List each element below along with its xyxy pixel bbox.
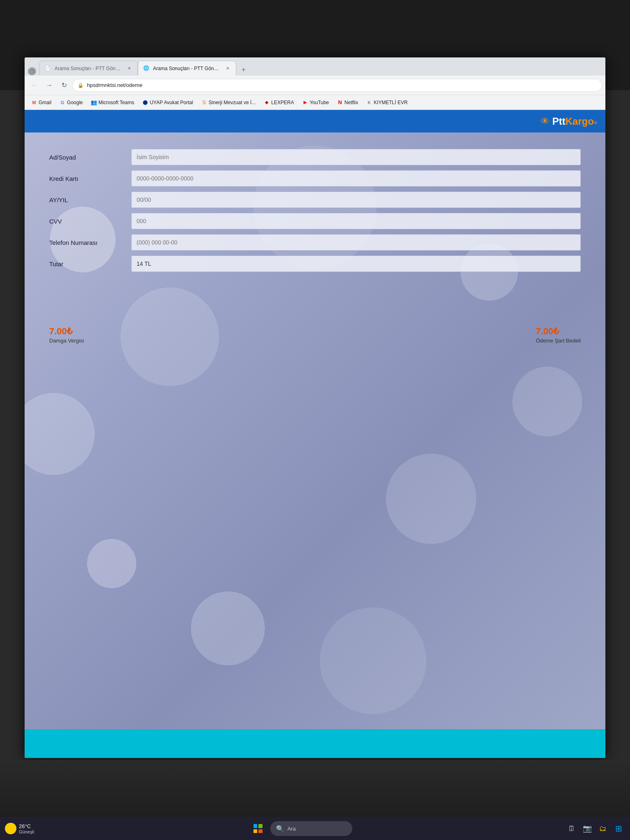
- ptt-form-area: Ad/Soyad Kredi Kartı AY/YIL: [25, 132, 605, 285]
- ptt-logo: 👁 PttKargo≡: [541, 116, 597, 127]
- input-expiry[interactable]: [131, 192, 581, 208]
- bookmarks-bar: M Gmail G Google 👥 Microsoft Teams ⬤ UYA…: [25, 95, 605, 110]
- bookmark-sinerji[interactable]: S Sinerji Mevzuat ve İ...: [198, 98, 259, 107]
- tab-list-button[interactable]: ❐: [28, 67, 36, 75]
- taskbar-icon-camera[interactable]: 📷: [581, 822, 594, 835]
- input-cvv[interactable]: [131, 213, 581, 229]
- new-tab-button[interactable]: +: [238, 64, 249, 75]
- bookmark-google-label: Google: [67, 100, 83, 105]
- refresh-button[interactable]: ↻: [57, 79, 71, 92]
- url-text: hpsdrmnktsi.net/odeme: [87, 82, 142, 88]
- back-button[interactable]: ←: [28, 79, 41, 92]
- bookmark-lexpera-label: LEXPERA: [271, 100, 294, 105]
- input-amount[interactable]: [131, 256, 581, 272]
- chrome-browser: ❐ 📄 Arama Sonuçları - PTT Gönderi ✕ 🌐 Ar…: [25, 57, 605, 758]
- window-controls: ❐: [28, 67, 36, 75]
- start-button[interactable]: [251, 821, 265, 836]
- form-row-cvv: CVV: [49, 213, 581, 229]
- bookmark-kiymetli[interactable]: K KIYMETLİ EVR: [363, 98, 411, 107]
- ptt-logo-icon: 👁: [541, 116, 550, 127]
- damga-amount: 7.00₺: [49, 326, 73, 337]
- damga-label: Damga Vergisi: [49, 338, 84, 344]
- taskbar-weather: 26°C Güneşli: [5, 823, 34, 834]
- ptt-logo-text: PttKargo≡: [552, 116, 597, 127]
- windows-icon-yellow: [253, 829, 258, 833]
- form-row-name: Ad/Soyad: [49, 149, 581, 165]
- bookmark-kiymetli-label: KIYMETLİ EVR: [374, 100, 408, 105]
- bookmark-uyap-label: UYAP Avukat Portal: [150, 100, 193, 105]
- laptop-frame: ❐ 📄 Arama Sonuçları - PTT Gönderi ✕ 🌐 Ar…: [0, 0, 630, 840]
- taskbar-center: 🔍 Ara: [41, 821, 562, 836]
- url-bar[interactable]: 🔒 hpsdrmnktsi.net/odeme: [72, 79, 602, 92]
- tab-2-title: Arama Sonuçları - PTT Gönderi: [153, 66, 221, 71]
- input-phone[interactable]: [131, 234, 581, 251]
- gmail-icon: M: [31, 100, 37, 105]
- form-row-amount: Tutar: [49, 256, 581, 272]
- google-icon: G: [59, 100, 65, 105]
- ptt-page: 👁 PttKargo≡ Ad/Soyad Kredi K: [25, 110, 605, 758]
- windows-icon-blue: [253, 824, 258, 828]
- weather-text: 26°C Güneşli: [19, 823, 34, 834]
- sinerji-icon: S: [201, 100, 207, 105]
- weather-condition: Güneşli: [19, 829, 34, 834]
- label-card: Kredi Kartı: [49, 175, 131, 182]
- tab-2-favicon: 🌐: [143, 65, 150, 72]
- bookmark-netflix-label: Netflix: [345, 100, 358, 105]
- youtube-icon: ▶: [302, 100, 308, 105]
- teams-icon: 👥: [91, 100, 97, 105]
- ptt-header: 👁 PttKargo≡: [25, 110, 605, 132]
- input-name[interactable]: [131, 149, 581, 165]
- tab-1-favicon: 📄: [45, 65, 51, 72]
- screen: ❐ 📄 Arama Sonuçları - PTT Gönderi ✕ 🌐 Ar…: [25, 57, 605, 758]
- label-name: Ad/Soyad: [49, 154, 131, 161]
- bookmark-teams-label: Microsoft Teams: [98, 100, 134, 105]
- price-section: 7.00₺ Damga Vergisi 7.00₺ Ödeme Şart Bed…: [25, 318, 605, 348]
- forward-button[interactable]: →: [43, 79, 56, 92]
- form-row-phone: Telefon Numarası: [49, 234, 581, 251]
- label-phone: Telefon Numarası: [49, 239, 131, 246]
- ptt-page-footer: [25, 729, 605, 758]
- windows-icon-red: [258, 829, 262, 833]
- bookmark-sinerji-label: Sinerji Mevzuat ve İ...: [209, 100, 256, 105]
- bookmark-lexpera[interactable]: ◆ LEXPERA: [260, 98, 297, 107]
- odeme-label: Ödeme Şart Bedeli: [536, 338, 581, 344]
- weather-temperature: 26°C: [19, 823, 34, 829]
- taskbar-search[interactable]: 🔍 Ara: [270, 821, 352, 836]
- windows-icon-green: [258, 824, 262, 828]
- input-card[interactable]: [131, 170, 581, 187]
- lexpera-icon: ◆: [264, 100, 269, 105]
- bookmark-gmail[interactable]: M Gmail: [28, 98, 55, 107]
- taskbar-icon-calendar[interactable]: 🗓: [565, 822, 578, 835]
- bookmark-netflix[interactable]: N Netflix: [334, 98, 361, 107]
- tab-1-title: Arama Sonuçları - PTT Gönderi: [55, 66, 123, 71]
- tab-2[interactable]: 🌐 Arama Sonuçları - PTT Gönderi ✕: [138, 61, 236, 75]
- tab-2-close[interactable]: ✕: [224, 65, 231, 72]
- label-amount: Tutar: [49, 260, 131, 267]
- netflix-icon: N: [337, 100, 343, 105]
- tab-1[interactable]: 📄 Arama Sonuçları - PTT Gönderi ✕: [39, 61, 138, 75]
- label-expiry: AY/YIL: [49, 196, 131, 203]
- taskbar-icon-windows[interactable]: ⊞: [612, 822, 625, 835]
- odeme-amount: 7.00₺: [536, 326, 559, 337]
- kiymetli-icon: K: [366, 100, 372, 105]
- form-row-card: Kredi Kartı: [49, 170, 581, 187]
- search-placeholder: Ara: [288, 826, 296, 832]
- uyap-icon: ⬤: [142, 100, 148, 105]
- bookmark-youtube-label: YouTube: [310, 100, 329, 105]
- price-item-odeme: 7.00₺ Ödeme Şart Bedeli: [536, 326, 581, 344]
- taskbar: 26°C Güneşli 🔍 Ara 🗓 📷 🗂 ⊞: [0, 817, 630, 840]
- bookmark-google[interactable]: G Google: [56, 98, 86, 107]
- form-row-expiry: AY/YIL: [49, 192, 581, 208]
- bookmark-uyap[interactable]: ⬤ UYAP Avukat Portal: [139, 98, 196, 107]
- taskbar-icon-folder[interactable]: 🗂: [596, 822, 609, 835]
- bookmark-youtube[interactable]: ▶ YouTube: [299, 98, 332, 107]
- weather-sun-icon: [5, 823, 16, 834]
- bookmark-gmail-label: Gmail: [39, 100, 51, 105]
- label-cvv: CVV: [49, 218, 131, 225]
- windows-icon: [253, 824, 262, 833]
- tab-1-close[interactable]: ✕: [126, 65, 132, 72]
- search-icon: 🔍: [276, 825, 284, 833]
- bookmark-teams[interactable]: 👥 Microsoft Teams: [88, 98, 137, 107]
- security-icon: 🔒: [78, 82, 84, 88]
- browser-content: 👁 PttKargo≡ Ad/Soyad Kredi K: [25, 110, 605, 758]
